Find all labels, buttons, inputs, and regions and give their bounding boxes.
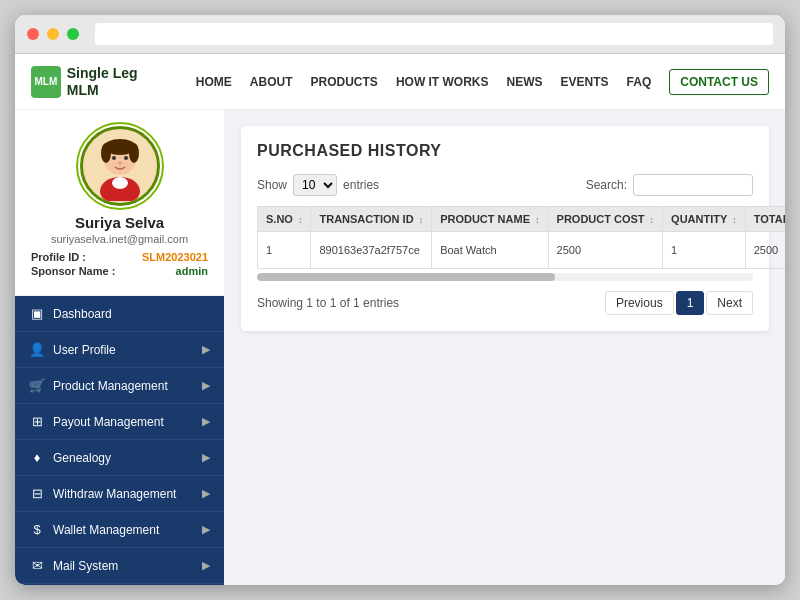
svg-point-6 — [129, 143, 139, 163]
browser-chrome — [15, 15, 785, 54]
nav-faq[interactable]: FAQ — [627, 75, 652, 89]
withdraw-management-icon: ⊟ — [29, 486, 45, 501]
sidebar-withdraw-management-label: Withdraw Management — [53, 487, 176, 501]
sort-icon-sno: ↕ — [298, 215, 303, 225]
sidebar-payout-management-label: Payout Management — [53, 415, 164, 429]
nav-products[interactable]: PRODUCTS — [311, 75, 378, 89]
product-management-icon: 🛒 — [29, 378, 45, 393]
show-label: Show — [257, 178, 287, 192]
profile-name: Suriya Selva — [31, 214, 208, 231]
avatar — [80, 126, 160, 206]
horizontal-scrollbar[interactable] — [257, 273, 753, 281]
showing-text: Showing 1 to 1 of 1 entries — [257, 296, 399, 310]
page-title: PURCHASED HISTORY — [257, 142, 753, 160]
nav-links: HOME ABOUT PRODUCTS HOW IT WORKS NEWS EV… — [196, 69, 769, 95]
payout-management-icon: ⊞ — [29, 414, 45, 429]
svg-point-9 — [118, 162, 122, 165]
sidebar-genealogy-label: Genealogy — [53, 451, 111, 465]
cell-total-cost: 2500 — [745, 232, 785, 269]
sort-icon-product-name: ↕ — [535, 215, 540, 225]
url-bar[interactable] — [95, 23, 773, 45]
cell-product-name: Boat Watch — [432, 232, 548, 269]
col-product-cost: PRODUCT COST ↕ — [548, 207, 663, 232]
main-area: Suriya Selva suriyaselva.inet@gmail.com … — [15, 110, 785, 585]
genealogy-icon: ♦ — [29, 450, 45, 465]
sort-icon-product-cost: ↕ — [650, 215, 655, 225]
sponsor-row: Sponsor Name : admin — [31, 265, 208, 277]
entries-label: entries — [343, 178, 379, 192]
page-1-button[interactable]: 1 — [676, 291, 705, 315]
nav-about[interactable]: ABOUT — [250, 75, 293, 89]
product-management-arrow-icon: ▶ — [202, 379, 210, 392]
sidebar-dashboard-label: Dashboard — [53, 307, 112, 321]
minimize-button[interactable] — [47, 28, 59, 40]
payout-management-arrow-icon: ▶ — [202, 415, 210, 428]
top-nav: MLM Single Leg MLM HOME ABOUT PRODUCTS H… — [15, 54, 785, 110]
profile-id-value: SLM2023021 — [142, 251, 208, 263]
content-card: PURCHASED HISTORY Show 10 25 50 entries — [241, 126, 769, 331]
svg-point-7 — [112, 156, 116, 160]
avatar-wrapper — [80, 126, 160, 206]
cell-product-cost: 2500 — [548, 232, 663, 269]
cell-sno: 1 — [258, 232, 311, 269]
sidebar-wallet-management-label: Wallet Management — [53, 523, 159, 537]
sidebar: Suriya Selva suriyaselva.inet@gmail.com … — [15, 110, 225, 585]
svg-point-2 — [112, 177, 128, 189]
nav-news[interactable]: NEWS — [507, 75, 543, 89]
sidebar-user-profile-label: User Profile — [53, 343, 116, 357]
sidebar-item-dashboard[interactable]: ▣ Dashboard — [15, 296, 224, 332]
nav-contact[interactable]: CONTACT US — [669, 69, 769, 95]
close-button[interactable] — [27, 28, 39, 40]
sidebar-item-withdraw-management[interactable]: ⊟ Withdraw Management ▶ — [15, 476, 224, 512]
col-quantity: QUANTITY ↕ — [663, 207, 746, 232]
sidebar-product-management-label: Product Management — [53, 379, 168, 393]
show-entries-select[interactable]: 10 25 50 — [293, 174, 337, 196]
search-input[interactable] — [633, 174, 753, 196]
sponsor-label: Sponsor Name : — [31, 265, 115, 277]
profile-id-row: Profile ID : SLM2023021 — [31, 251, 208, 263]
nav-home[interactable]: HOME — [196, 75, 232, 89]
mail-system-arrow-icon: ▶ — [202, 559, 210, 572]
sponsor-value: admin — [176, 265, 208, 277]
user-profile-icon: 👤 — [29, 342, 45, 357]
next-button[interactable]: Next — [706, 291, 753, 315]
logo-icon: MLM — [31, 66, 61, 98]
logo-text: Single Leg MLM — [67, 65, 166, 99]
col-sno: S.NO ↕ — [258, 207, 311, 232]
sort-icon-transaction: ↕ — [419, 215, 424, 225]
profile-email: suriyaselva.inet@gmail.com — [31, 233, 208, 245]
cell-quantity: 1 — [663, 232, 746, 269]
sidebar-item-payout-management[interactable]: ⊞ Payout Management ▶ — [15, 404, 224, 440]
withdraw-management-arrow-icon: ▶ — [202, 487, 210, 500]
search-label: Search: — [586, 178, 627, 192]
search-control: Search: — [586, 174, 753, 196]
user-profile-arrow-icon: ▶ — [202, 343, 210, 356]
dashboard-icon: ▣ — [29, 306, 45, 321]
svg-point-8 — [124, 156, 128, 160]
nav-how-it-works[interactable]: HOW IT WORKS — [396, 75, 489, 89]
show-entries-control: Show 10 25 50 entries — [257, 174, 379, 196]
col-product-name: PRODUCT NAME ↕ — [432, 207, 548, 232]
sidebar-mail-system-label: Mail System — [53, 559, 118, 573]
scrollbar-thumb — [257, 273, 555, 281]
maximize-button[interactable] — [67, 28, 79, 40]
previous-button[interactable]: Previous — [605, 291, 674, 315]
svg-point-5 — [101, 143, 111, 163]
table-row: 1 890163e37a2f757ce Boat Watch 2500 1 25… — [258, 232, 786, 269]
sidebar-item-product-management[interactable]: 🛒 Product Management ▶ — [15, 368, 224, 404]
wallet-management-arrow-icon: ▶ — [202, 523, 210, 536]
nav-events[interactable]: EVENTS — [561, 75, 609, 89]
sidebar-item-user-profile[interactable]: 👤 User Profile ▶ — [15, 332, 224, 368]
genealogy-arrow-icon: ▶ — [202, 451, 210, 464]
sort-icon-quantity: ↕ — [732, 215, 737, 225]
sidebar-menu: ▣ Dashboard 👤 User Profile ▶ 🛒 — [15, 296, 224, 585]
wallet-management-icon: $ — [29, 522, 45, 537]
sidebar-item-wallet-management[interactable]: $ Wallet Management ▶ — [15, 512, 224, 548]
col-total-cost: TOTAL COST ↕ — [745, 207, 785, 232]
purchased-history-table: S.NO ↕ TRANSACTION ID ↕ PRODUCT NAME ↕ — [257, 206, 785, 269]
sidebar-item-genealogy[interactable]: ♦ Genealogy ▶ — [15, 440, 224, 476]
sidebar-item-mail-system[interactable]: ✉ Mail System ▶ — [15, 548, 224, 584]
pagination-buttons: Previous 1 Next — [605, 291, 753, 315]
profile-section: Suriya Selva suriyaselva.inet@gmail.com … — [15, 110, 224, 296]
mail-system-icon: ✉ — [29, 558, 45, 573]
